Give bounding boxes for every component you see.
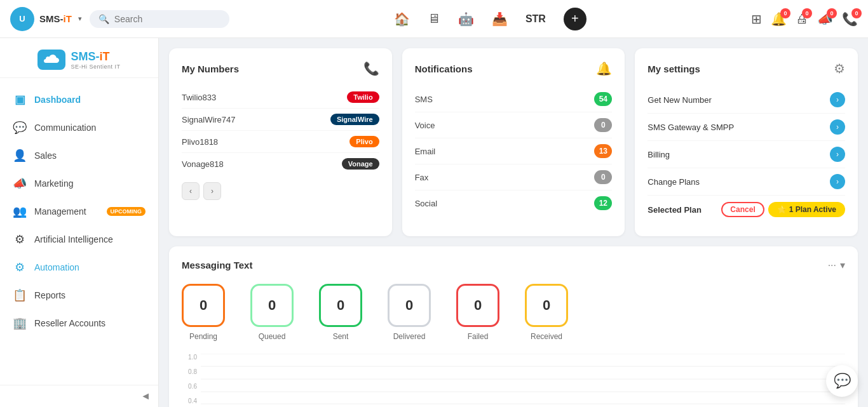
sidebar-item-label: Management [34, 206, 99, 217]
nav-right-actions: ⊞ 🔔 0 🖨 0 📣 0 📞 0 [751, 11, 858, 27]
sidebar-item-label: Reseller Accounts [34, 318, 146, 328]
received-circle: 0 [525, 284, 568, 327]
notification-bell-icon: 🔔 [596, 61, 612, 76]
avatar[interactable]: U [10, 7, 34, 31]
messaging-stats-row: 0 Pending 0 Queued 0 Sent [182, 284, 845, 341]
settings-gear-icon[interactable]: ⚙ [834, 61, 845, 76]
chart-area: 1.0 0.8 0.6 0.4 [182, 354, 845, 404]
sidebar-item-dashboard[interactable]: ▣ Dashboard [0, 86, 158, 114]
active-plan-button[interactable]: ⭐ 1 Plan Active [768, 202, 845, 217]
top-navigation: U SMS-iT ▾ 🔍 🏠 🖥 🤖 📥 STR + ⊞ 🔔 0 🖨 0 📣 0 [0, 0, 868, 38]
number-row-plivo: Plivo1818 Plivo [182, 131, 379, 153]
my-settings-title: My settings [648, 63, 700, 74]
numbers-list: Twilio833 Twilio SignalWire747 SignalWir… [182, 86, 379, 175]
collapse-icon[interactable]: ◄ [140, 390, 151, 402]
star-icon: ⭐ [777, 205, 787, 214]
phone-notification-icon[interactable]: 📞 0 [842, 11, 858, 27]
notif-label: Social [415, 199, 437, 208]
stat-failed: 0 Failed [456, 284, 499, 341]
settings-row-billing[interactable]: Billing › [648, 141, 845, 168]
expand-button[interactable]: ▾ [840, 259, 845, 271]
chart-label-08: 0.8 [188, 368, 197, 375]
bell-notification-icon[interactable]: 🔔 0 [771, 11, 787, 27]
search-input[interactable] [114, 14, 216, 24]
sent-label: Sent [333, 332, 349, 341]
sent-circle: 0 [319, 284, 362, 327]
settings-row-new-number[interactable]: Get New Number › [648, 86, 845, 114]
printer-badge: 0 [802, 8, 812, 18]
sidebar-logo: SMS-iT SE-Hi Sentient IT [0, 38, 158, 78]
settings-label: Get New Number [648, 95, 711, 105]
selected-plan-label: Selected Plan [648, 205, 702, 215]
my-settings-card: My settings ⚙ Get New Number › SMS Gatew… [635, 48, 858, 236]
brand-chevron-icon[interactable]: ▾ [78, 15, 82, 23]
sidebar-item-ai[interactable]: ⚙ Artificial Intelligence [0, 225, 158, 253]
sidebar-item-sales[interactable]: 👤 Sales [0, 142, 158, 170]
sidebar-item-reports[interactable]: 📋 Reports [0, 281, 158, 309]
chat-bubble[interactable]: 💬 [826, 365, 858, 397]
notifications-card: Notifications 🔔 SMS 54 Voice 0 Email 13 [402, 48, 625, 236]
more-options-button[interactable]: ··· [828, 259, 836, 271]
settings-arrow-icon[interactable]: › [830, 174, 845, 189]
nav-center-icons: 🏠 🖥 🤖 📥 STR + [237, 8, 743, 30]
str-label[interactable]: STR [526, 13, 546, 25]
sidebar-item-communication[interactable]: 💬 Communication [0, 114, 158, 142]
cancel-plan-button[interactable]: Cancel [721, 202, 764, 217]
settings-row-gateway[interactable]: SMS Gateway & SMPP › [648, 114, 845, 141]
queued-label: Queued [259, 332, 286, 341]
settings-arrow-icon[interactable]: › [830, 119, 845, 135]
megaphone-badge: 0 [827, 8, 837, 18]
grid-icon[interactable]: ⊞ [751, 11, 762, 27]
sidebar-item-management[interactable]: 👥 Management UPCOMING [0, 197, 158, 225]
settings-row-change-plans[interactable]: Change Plans › [648, 168, 845, 196]
settings-list: Get New Number › SMS Gateway & SMPP › Bi… [648, 86, 845, 224]
search-bar[interactable]: 🔍 [90, 10, 229, 28]
robot-icon[interactable]: 🤖 [458, 11, 474, 27]
printer-icon[interactable]: 🖨 0 [796, 11, 808, 26]
messaging-header: Messaging Text ··· ▾ [182, 259, 845, 271]
number-row-signalwire: SignalWire747 SignalWire [182, 109, 379, 131]
notif-row-sms: SMS 54 [415, 86, 613, 112]
prev-button[interactable]: ‹ [182, 182, 200, 200]
megaphone-icon[interactable]: 📣 0 [817, 11, 833, 27]
home-icon[interactable]: 🏠 [394, 11, 410, 27]
chart-label-04: 0.4 [188, 397, 197, 404]
notif-row-email: Email 13 [415, 138, 613, 164]
notif-row-voice: Voice 0 [415, 112, 613, 138]
delivered-label: Delivered [393, 332, 426, 341]
logo-cloud-icon [37, 50, 65, 70]
inbox-icon[interactable]: 📥 [492, 11, 508, 27]
settings-label: Billing [648, 150, 670, 159]
messaging-actions: ··· ▾ [828, 259, 845, 271]
marketing-icon: 📣 [13, 177, 27, 190]
pending-circle: 0 [182, 284, 225, 327]
number-name: Vonage818 [182, 159, 224, 169]
notif-label: Email [415, 147, 436, 156]
nav-brand: U SMS-iT ▾ [10, 7, 82, 31]
next-button[interactable]: › [203, 182, 221, 200]
sidebar-item-label: Reports [34, 290, 146, 300]
communication-icon: 💬 [13, 121, 27, 135]
number-name: Twilio833 [182, 93, 216, 102]
ai-icon: ⚙ [13, 232, 27, 246]
search-icon: 🔍 [98, 14, 109, 24]
settings-arrow-icon[interactable]: › [830, 92, 845, 107]
settings-arrow-icon[interactable]: › [830, 147, 845, 162]
monitor-icon[interactable]: 🖥 [428, 11, 440, 26]
number-name: Plivo1818 [182, 137, 218, 147]
sidebar-item-automation[interactable]: ⚙ Automation [0, 253, 158, 281]
notifications-title: Notifications [415, 63, 473, 74]
sidebar-item-label: Dashboard [34, 95, 146, 105]
received-label: Received [531, 332, 562, 341]
management-icon: 👥 [13, 204, 27, 218]
add-button[interactable]: + [564, 8, 587, 30]
sidebar-item-marketing[interactable]: 📣 Marketing [0, 170, 158, 197]
notif-count-fax: 0 [594, 170, 612, 184]
queued-circle: 0 [250, 284, 294, 327]
number-row-vonage: Vonage818 Vonage [182, 153, 379, 175]
phone-badge: 0 [851, 8, 862, 18]
sales-icon: 👤 [13, 149, 27, 163]
nav-items-list: ▣ Dashboard 💬 Communication 👤 Sales 📣 Ma… [0, 78, 158, 385]
sidebar-item-reseller[interactable]: 🏢 Reseller Accounts [0, 309, 158, 337]
sidebar-item-label: Marketing [34, 178, 146, 189]
